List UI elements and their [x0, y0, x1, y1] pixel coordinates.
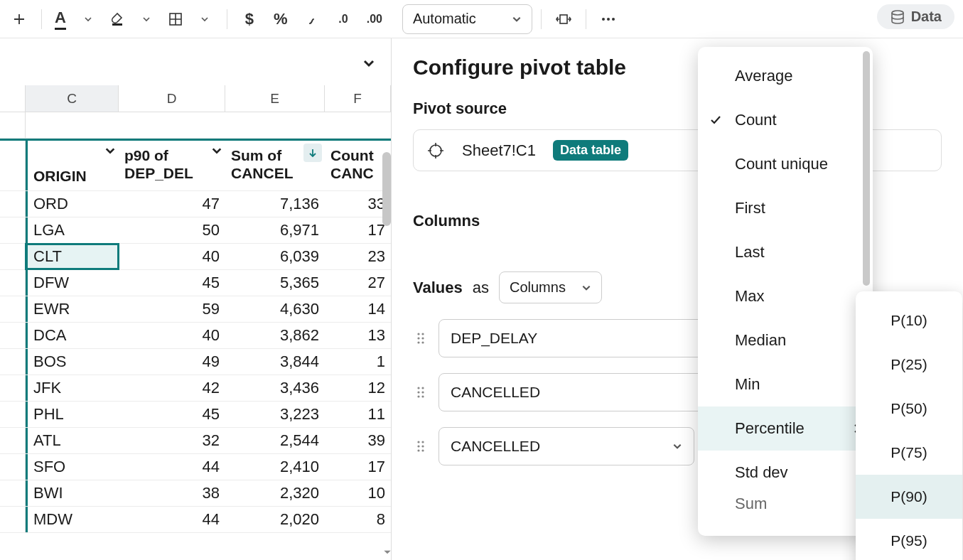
cell-count-cancel[interactable]: 27 [325, 270, 391, 296]
percentile-menu-item[interactable]: P(90) [856, 475, 962, 519]
percent-button[interactable]: % [267, 6, 294, 33]
spreadsheet-grid[interactable]: C D E F ORIGIN p90 of DEP_DEL Sum of CAN… [0, 38, 392, 560]
cell-origin[interactable]: ATL [26, 428, 119, 453]
cell-p90[interactable]: 42 [119, 375, 225, 401]
agg-menu-item[interactable]: Count unique [698, 142, 873, 186]
col-header-D[interactable]: D [119, 85, 225, 112]
table-row[interactable]: BOS 49 3,844 1 [0, 349, 391, 375]
cell-count-cancel[interactable]: 39 [325, 428, 391, 453]
agg-menu-item[interactable]: First [698, 186, 873, 230]
cell-sum-cancel[interactable]: 6,971 [225, 217, 325, 243]
agg-menu-item[interactable]: Last [698, 230, 873, 274]
table-row[interactable]: DCA 40 3,862 13 [0, 323, 391, 349]
cell-origin[interactable]: LGA [26, 217, 119, 243]
agg-menu-item[interactable]: Percentile [698, 406, 873, 451]
cell-sum-cancel[interactable]: 3,436 [225, 375, 325, 401]
cell-sum-cancel[interactable]: 3,844 [225, 349, 325, 375]
cell-count-cancel[interactable]: 11 [325, 402, 391, 427]
scroll-down-icon[interactable] [382, 547, 392, 557]
cell-sum-cancel[interactable]: 5,365 [225, 270, 325, 296]
agg-menu-item[interactable]: Max [698, 274, 873, 318]
cell-p90[interactable]: 44 [119, 507, 225, 532]
cell-count-cancel[interactable]: 10 [325, 480, 391, 506]
cell-sum-cancel[interactable]: 2,020 [225, 507, 325, 532]
agg-menu-item[interactable]: Count [698, 98, 873, 142]
table-row[interactable]: JFK 42 3,436 12 [0, 375, 391, 402]
fill-color-button[interactable] [106, 6, 129, 33]
pivot-col-sum-cancel[interactable]: Sum of CANCEL [225, 141, 325, 190]
agg-menu-item[interactable]: Min [698, 362, 873, 406]
insert-button[interactable] [6, 6, 33, 33]
chevron-down-icon[interactable] [104, 145, 116, 156]
cell-origin[interactable]: ORD [26, 191, 119, 217]
cell-origin[interactable]: EWR [26, 296, 119, 322]
borders-dropdown[interactable] [191, 6, 218, 33]
cell-sum-cancel[interactable]: 3,862 [225, 323, 325, 348]
agg-menu-item[interactable]: Std dev [698, 451, 873, 495]
cell-p90[interactable]: 40 [119, 323, 225, 348]
chevron-down-icon[interactable] [211, 145, 222, 156]
pivot-col-count-cancel[interactable]: Count CANC [325, 141, 391, 190]
increase-decimal-button[interactable]: .00 [361, 6, 388, 33]
cell-origin[interactable]: SFO [26, 454, 119, 480]
table-row[interactable]: ORD 47 7,136 33 [0, 191, 391, 217]
table-row[interactable]: CLT 40 6,039 23 [0, 244, 391, 270]
cell-p90[interactable]: 50 [119, 217, 225, 243]
agg-menu-item[interactable]: Median [698, 318, 873, 362]
values-as-select[interactable]: Columns [499, 271, 602, 303]
decrease-decimal-button[interactable]: .0 [330, 6, 357, 33]
cell-p90[interactable]: 45 [119, 402, 225, 427]
cell-sum-cancel[interactable]: 4,630 [225, 296, 325, 322]
table-row[interactable]: MDW 44 2,020 8 [0, 507, 391, 533]
table-row[interactable]: BWI 38 2,320 10 [0, 480, 391, 507]
col-header-F[interactable]: F [325, 85, 391, 112]
table-row[interactable]: EWR 59 4,630 14 [0, 296, 391, 323]
drag-handle-icon[interactable] [413, 386, 429, 399]
cell-origin[interactable]: CLT [26, 244, 119, 269]
cell-count-cancel[interactable]: 17 [325, 217, 391, 243]
text-color-dropdown[interactable] [75, 6, 102, 33]
spill-button[interactable] [550, 6, 577, 33]
table-row[interactable]: LGA 50 6,971 17 [0, 217, 391, 244]
cell-count-cancel[interactable]: 14 [325, 296, 391, 322]
cell-origin[interactable]: MDW [26, 507, 119, 532]
col-header-C[interactable]: C [26, 85, 119, 112]
percentile-menu-item[interactable]: P(95) [856, 519, 962, 560]
col-header-E[interactable]: E [225, 85, 325, 112]
cell-sum-cancel[interactable]: 3,223 [225, 402, 325, 427]
cell-sum-cancel[interactable]: 2,320 [225, 480, 325, 506]
cell-origin[interactable]: BOS [26, 349, 119, 375]
agg-menu-item[interactable]: Average [698, 54, 873, 98]
drag-handle-icon[interactable] [413, 332, 429, 345]
cell-p90[interactable]: 49 [119, 349, 225, 375]
table-row[interactable]: SFO 44 2,410 17 [0, 454, 391, 480]
cell-count-cancel[interactable]: 1 [325, 349, 391, 375]
fill-color-dropdown[interactable] [133, 6, 160, 33]
cell-count-cancel[interactable]: 17 [325, 454, 391, 480]
percentile-menu-item[interactable]: P(75) [856, 431, 962, 475]
percentile-menu-item[interactable]: P(50) [856, 387, 962, 431]
cell-origin[interactable]: PHL [26, 402, 119, 427]
cell-p90[interactable]: 47 [119, 191, 225, 217]
table-row[interactable]: DFW 45 5,365 27 [0, 270, 391, 296]
sort-desc-icon[interactable] [303, 144, 322, 162]
currency-button[interactable]: $ [236, 6, 263, 33]
cell-origin[interactable]: DFW [26, 270, 119, 296]
vertical-scrollbar[interactable] [382, 152, 391, 226]
cell-origin[interactable]: DCA [26, 323, 119, 348]
cell-sum-cancel[interactable]: 7,136 [225, 191, 325, 217]
data-panel-button[interactable]: Data [877, 4, 954, 29]
cell-sum-cancel[interactable]: 6,039 [225, 244, 325, 269]
cell-sum-cancel[interactable]: 2,544 [225, 428, 325, 453]
pivot-col-origin[interactable]: ORIGIN [26, 141, 119, 190]
cell-count-cancel[interactable]: 13 [325, 323, 391, 348]
percentile-menu-item[interactable]: P(25) [856, 343, 962, 387]
cell-p90[interactable]: 45 [119, 270, 225, 296]
more-button[interactable] [595, 6, 622, 33]
agg-menu-item[interactable]: Sum [698, 495, 873, 529]
pivot-col-p90[interactable]: p90 of DEP_DEL [119, 141, 225, 190]
percentile-menu-item[interactable]: P(10) [856, 298, 962, 343]
cell-count-cancel[interactable]: 33 [325, 191, 391, 217]
cell-p90[interactable]: 38 [119, 480, 225, 506]
cell-p90[interactable]: 32 [119, 428, 225, 453]
